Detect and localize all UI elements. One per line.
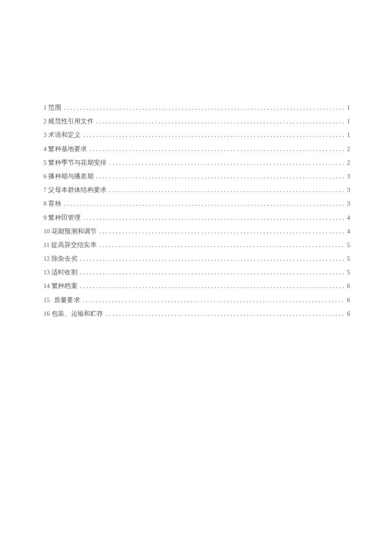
toc-entry-page: 3 xyxy=(347,173,350,180)
toc-entry: 16包装、运输和贮存6 xyxy=(43,311,350,317)
toc-entry-title: 繁种基地要求 xyxy=(48,146,87,152)
toc-leader-dots xyxy=(80,283,346,289)
toc-leader-dots xyxy=(90,146,346,152)
toc-entry-title: 质量要求 xyxy=(54,297,80,303)
toc-entry-title: 适时收割 xyxy=(52,269,78,276)
toc-entry: 3术语和定义1 xyxy=(43,132,350,138)
toc-leader-dots xyxy=(96,119,345,125)
document-page: 1范围12规范性引用文件13术语和定义14繁种基地要求25繁种季节与花期安排26… xyxy=(0,0,392,555)
toc-entry: 12除杂去劣5 xyxy=(43,256,350,262)
toc-leader-dots xyxy=(83,297,346,303)
toc-entry: 7父母本群体结构要求3 xyxy=(43,187,350,193)
toc-leader-dots xyxy=(64,201,345,207)
toc-entry-page: 3 xyxy=(347,200,350,207)
toc-entry-title: 繁种档案 xyxy=(52,283,78,289)
toc-entry-title: 规范性引用文件 xyxy=(48,118,93,125)
toc-entry: 4繁种基地要求2 xyxy=(43,146,350,152)
toc-entry-number: 12 xyxy=(43,256,50,262)
toc-leader-dots xyxy=(99,229,345,235)
toc-entry-page: 4 xyxy=(347,228,350,235)
toc-entry-number: 14 xyxy=(43,283,50,289)
toc-entry-number: 1 xyxy=(43,105,46,111)
toc-entry: 1范围1 xyxy=(43,105,350,111)
toc-entry-title: 包装、运输和贮存 xyxy=(52,311,104,317)
toc-entry-page: 2 xyxy=(347,146,350,152)
toc-entry-title: 繁种田管理 xyxy=(48,215,81,221)
toc-entry-number: 7 xyxy=(43,187,46,193)
toc-entry: 2规范性引用文件1 xyxy=(43,118,350,125)
toc-entry: 11提高异交结实率5 xyxy=(43,242,350,248)
toc-entry-page: 6 xyxy=(347,297,350,303)
toc-entry-page: 5 xyxy=(347,256,350,262)
toc-entry: 8育秧3 xyxy=(43,200,350,207)
toc-entry: 15质量要求6 xyxy=(43,297,350,303)
toc-entry-number: 9 xyxy=(43,215,46,221)
toc-leader-dots xyxy=(80,270,346,276)
toc-entry-page: 4 xyxy=(347,215,350,221)
toc-leader-dots xyxy=(99,242,346,248)
toc-leader-dots xyxy=(106,311,346,317)
toc-entry-title: 术语和定义 xyxy=(48,132,81,138)
toc-leader-dots xyxy=(83,215,345,221)
toc-entry-page: 1 xyxy=(347,105,350,111)
toc-entry-title: 播种期与播差期 xyxy=(48,173,93,180)
table-of-contents: 1范围12规范性引用文件13术语和定义14繁种基地要求25繁种季节与花期安排26… xyxy=(43,105,350,317)
toc-entry-page: 1 xyxy=(347,132,350,138)
toc-entry-number: 11 xyxy=(43,242,49,248)
toc-leader-dots xyxy=(80,256,346,262)
toc-leader-dots xyxy=(96,174,345,180)
toc-entry-title: 育秧 xyxy=(48,200,61,207)
toc-entry-page: 5 xyxy=(347,269,350,276)
toc-entry-title: 父母本群体结构要求 xyxy=(48,187,107,193)
toc-entry: 6播种期与播差期3 xyxy=(43,173,350,180)
toc-entry: 9繁种田管理4 xyxy=(43,215,350,221)
toc-entry-page: 6 xyxy=(347,311,350,317)
toc-leader-dots xyxy=(64,105,345,111)
toc-entry: 14繁种档案6 xyxy=(43,283,350,289)
toc-leader-dots xyxy=(109,160,345,166)
toc-entry-page: 3 xyxy=(347,187,350,193)
toc-leader-dots xyxy=(109,187,345,193)
toc-entry-title: 繁种季节与花期安排 xyxy=(48,160,107,166)
toc-entry: 13适时收割5 xyxy=(43,269,350,276)
toc-entry: 5繁种季节与花期安排2 xyxy=(43,160,350,166)
toc-entry-number: 5 xyxy=(43,160,46,166)
toc-entry-page: 5 xyxy=(347,242,350,248)
toc-entry-page: 6 xyxy=(347,283,350,289)
toc-entry-title: 花期预测和调节 xyxy=(52,228,97,235)
toc-entry-title: 除杂去劣 xyxy=(52,256,78,262)
toc-entry-title: 范围 xyxy=(48,105,61,111)
toc-leader-dots xyxy=(83,132,345,138)
toc-entry-number: 13 xyxy=(43,269,50,276)
toc-entry-number: 15 xyxy=(43,297,50,303)
toc-entry-number: 8 xyxy=(43,200,46,207)
toc-entry-page: 1 xyxy=(347,118,350,125)
toc-entry-title: 提高异交结实率 xyxy=(51,242,96,248)
toc-entry-number: 6 xyxy=(43,173,46,180)
toc-entry-page: 2 xyxy=(347,160,350,166)
toc-entry-number: 16 xyxy=(43,311,50,317)
toc-entry-number: 4 xyxy=(43,146,46,152)
toc-entry-number: 10 xyxy=(43,228,50,235)
toc-entry-number: 2 xyxy=(43,118,46,125)
toc-entry-number: 3 xyxy=(43,132,46,138)
toc-entry: 10花期预测和调节4 xyxy=(43,228,350,235)
